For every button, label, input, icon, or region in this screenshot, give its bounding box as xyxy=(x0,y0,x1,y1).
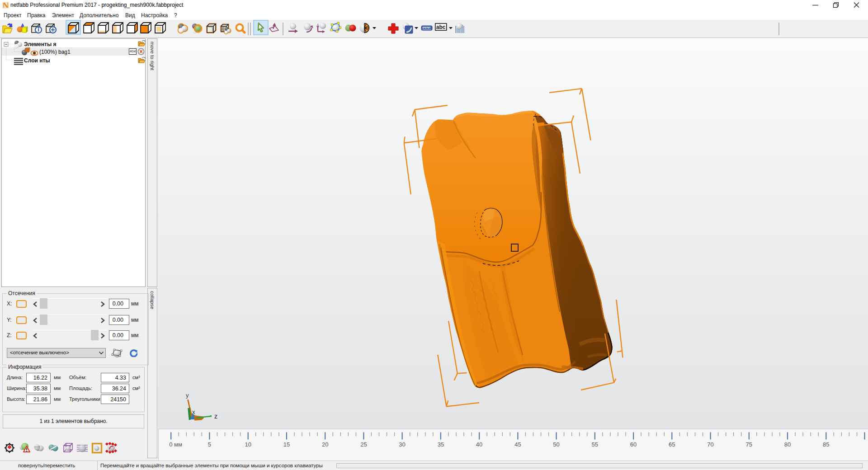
svg-text:85: 85 xyxy=(823,441,829,448)
svg-text:60: 60 xyxy=(630,441,637,448)
svg-text:10: 10 xyxy=(245,441,251,448)
svg-text:15: 15 xyxy=(283,441,290,448)
svg-text:25: 25 xyxy=(360,441,367,448)
svg-text:z: z xyxy=(214,413,217,420)
svg-text:y: y xyxy=(186,392,189,399)
svg-text:35: 35 xyxy=(438,441,444,448)
svg-text:75: 75 xyxy=(746,441,752,448)
svg-text:5: 5 xyxy=(208,441,211,448)
svg-text:50: 50 xyxy=(553,441,559,448)
svg-text:40: 40 xyxy=(476,441,482,448)
svg-text:abc: abc xyxy=(436,24,446,30)
svg-text:80: 80 xyxy=(784,441,791,448)
svg-text:x: x xyxy=(192,409,195,415)
svg-text:70: 70 xyxy=(707,441,713,448)
svg-text:65: 65 xyxy=(669,441,675,448)
svg-text:45: 45 xyxy=(514,441,521,448)
svg-text:55: 55 xyxy=(592,441,598,448)
svg-text:20: 20 xyxy=(322,441,328,448)
svg-text:0 мм: 0 мм xyxy=(169,441,182,448)
svg-text:30: 30 xyxy=(399,441,405,448)
